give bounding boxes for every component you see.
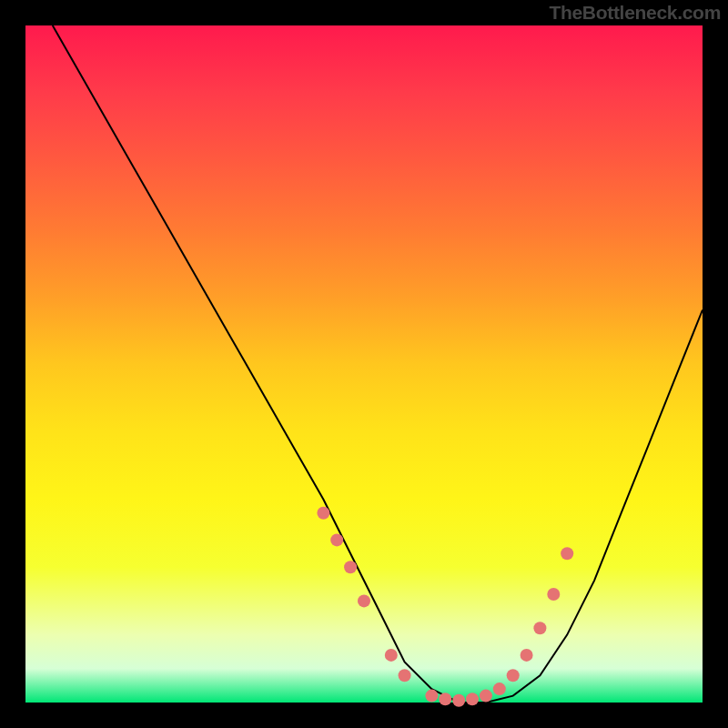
data-marker xyxy=(344,561,357,573)
chart-svg xyxy=(25,25,703,703)
data-marker xyxy=(425,690,438,703)
data-marker xyxy=(533,622,546,634)
data-marker xyxy=(480,690,492,703)
data-marker xyxy=(547,588,560,601)
data-marker xyxy=(452,694,465,707)
data-marker xyxy=(521,649,533,662)
marker-group xyxy=(317,507,573,707)
data-marker xyxy=(330,533,343,546)
watermark-text: TheBottleneck.com xyxy=(549,2,721,24)
data-marker xyxy=(439,693,451,705)
curve-path xyxy=(53,25,703,703)
plot-area xyxy=(25,25,703,703)
data-marker xyxy=(466,693,479,705)
data-marker xyxy=(385,649,398,662)
data-marker xyxy=(493,682,506,695)
data-marker xyxy=(317,507,329,520)
data-marker xyxy=(507,669,520,682)
data-marker xyxy=(561,547,573,560)
data-marker xyxy=(358,594,370,607)
data-marker xyxy=(399,669,411,682)
